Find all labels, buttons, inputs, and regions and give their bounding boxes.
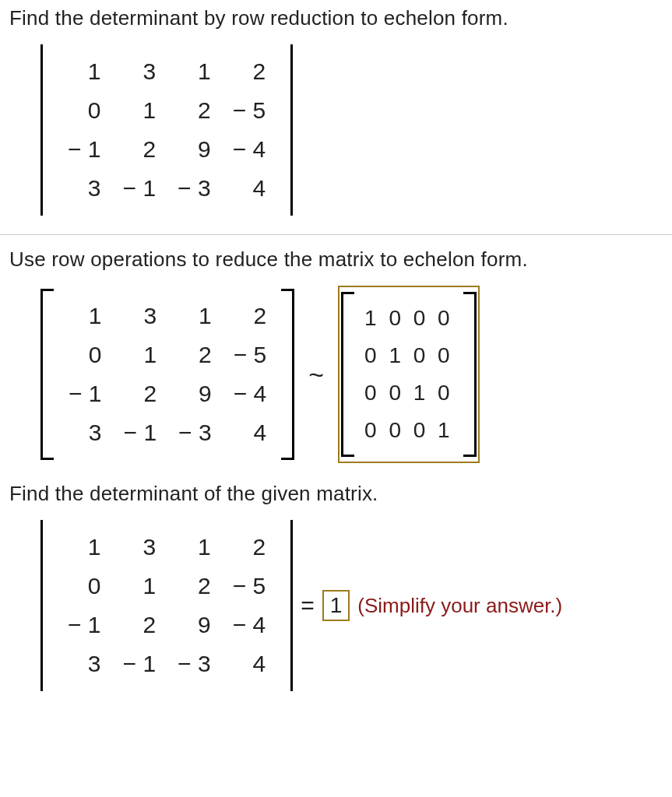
prompt-find-det-value: Find the determinant of the given matrix…: [9, 482, 663, 506]
cell-row: 0 0 1 0: [358, 374, 459, 412]
cell: − 1: [112, 644, 167, 683]
divider: [0, 234, 672, 235]
cell: 3: [113, 297, 168, 335]
cell: 1: [57, 52, 112, 91]
cell: 2: [112, 606, 167, 644]
cell-row: 1 0 0 0: [358, 300, 459, 337]
cell: − 3: [167, 644, 222, 683]
simplify-hint: (Simplify your answer.): [357, 594, 562, 618]
tilde-symbol: ~: [305, 360, 327, 390]
cell: − 1: [112, 169, 167, 208]
determinant-answer-input[interactable]: 1: [322, 590, 350, 621]
matrix-row: 0 0 0 1: [358, 412, 459, 449]
cell: 3: [58, 413, 113, 452]
cell: 1: [167, 297, 223, 335]
matrix-row: 1 3 1 2: [57, 528, 276, 567]
cell: 1: [112, 567, 167, 606]
cell: 4: [223, 413, 278, 452]
equals-sign: =: [301, 592, 315, 619]
cell: 1: [57, 528, 112, 567]
matrix-row: − 1 2 9 − 4: [57, 130, 276, 169]
matrix-row: 1 0 0 0: [358, 300, 459, 337]
matrix-row: 1 3 1 2: [58, 297, 277, 335]
cell: 2: [167, 91, 222, 130]
matrix-row: 1 3 1 2: [57, 52, 276, 91]
determinant-matrix-display: 1 3 1 2 0 1 2 − 5 − 1 2 9 − 4 3 − 1 − 3: [40, 44, 663, 216]
cell: 0: [57, 567, 112, 606]
cell: 2: [222, 52, 277, 91]
matrix-row: 0 1 2 − 5: [57, 91, 276, 130]
cell: 2: [112, 130, 167, 169]
prompt-row-ops: Use row operations to reduce the matrix …: [9, 248, 663, 272]
cell: − 4: [222, 606, 277, 644]
prompt-find-determinant: Find the determinant by row reduction to…: [9, 6, 663, 30]
cell: − 5: [222, 91, 277, 130]
matrix-row: 0 0 1 0: [358, 374, 459, 412]
cell: 1: [167, 528, 222, 567]
cell: 2: [113, 374, 168, 413]
cell: 2: [222, 528, 277, 567]
echelon-matrix: 1 0 0 0 0 1 0 0 0 0 1 0 0 0 0 1: [358, 300, 459, 449]
cell: 2: [167, 567, 222, 606]
cell: 1: [112, 91, 167, 130]
matrix-row: 3 − 1 − 3 4: [58, 413, 277, 452]
matrix-row: 3 − 1 − 3 4: [57, 169, 276, 208]
echelon-matrix-brackets: 1 0 0 0 0 1 0 0 0 0 1 0 0 0 0 1: [341, 292, 477, 457]
cell: 3: [112, 528, 167, 567]
original-matrix-brackets: 1 3 1 2 0 1 2 − 5 − 1 2 9 − 4 3 − 1 − 3: [40, 289, 294, 460]
cell: 3: [57, 644, 112, 683]
cell: − 3: [167, 413, 223, 452]
matrix-a-copy-2: 1 3 1 2 0 1 2 − 5 − 1 2 9 − 4 3 − 1 − 3: [57, 528, 276, 683]
cell: 2: [223, 297, 278, 335]
cell: 0: [57, 91, 112, 130]
matrix-row: − 1 2 9 − 4: [57, 606, 276, 644]
cell: 1: [167, 52, 222, 91]
cell: 1: [58, 297, 113, 335]
determinant-bars: 1 3 1 2 0 1 2 − 5 − 1 2 9 − 4 3 − 1 − 3: [40, 44, 293, 216]
cell: 9: [167, 606, 222, 644]
cell: − 5: [223, 335, 278, 374]
matrix-row: 3 − 1 − 3 4: [57, 644, 276, 683]
cell: 3: [112, 52, 167, 91]
cell: 1: [113, 335, 168, 374]
cell: 0: [58, 335, 113, 374]
echelon-answer-box[interactable]: 1 0 0 0 0 1 0 0 0 0 1 0 0 0 0 1: [338, 286, 480, 463]
matrix-a: 1 3 1 2 0 1 2 − 5 − 1 2 9 − 4 3 − 1 − 3: [57, 52, 276, 208]
cell: 3: [57, 169, 112, 208]
matrix-row: 0 1 0 0: [358, 337, 459, 374]
matrix-a-copy: 1 3 1 2 0 1 2 − 5 − 1 2 9 − 4 3 − 1 − 3: [58, 297, 277, 452]
cell: 9: [167, 374, 223, 413]
cell: − 1: [57, 606, 112, 644]
cell: − 1: [113, 413, 168, 452]
cell: 4: [222, 169, 277, 208]
cell: − 5: [222, 567, 277, 606]
matrix-row: − 1 2 9 − 4: [58, 374, 277, 413]
cell: 4: [222, 644, 277, 683]
determinant-answer-line: 1 3 1 2 0 1 2 − 5 − 1 2 9 − 4 3 − 1 − 3: [40, 520, 663, 691]
cell-row: 0 0 0 1: [358, 412, 459, 449]
matrix-row: 0 1 2 − 5: [58, 335, 277, 374]
cell: 2: [167, 335, 223, 374]
cell: 9: [167, 130, 222, 169]
cell: − 1: [57, 130, 112, 169]
cell: − 4: [222, 130, 277, 169]
cell: − 1: [58, 374, 113, 413]
cell: − 4: [223, 374, 278, 413]
cell-row: 0 1 0 0: [358, 337, 459, 374]
cell: − 3: [167, 169, 222, 208]
determinant-bars-2: 1 3 1 2 0 1 2 − 5 − 1 2 9 − 4 3 − 1 − 3: [40, 520, 293, 691]
row-reduction-equation: 1 3 1 2 0 1 2 − 5 − 1 2 9 − 4 3 − 1 − 3: [40, 286, 663, 463]
matrix-row: 0 1 2 − 5: [57, 567, 276, 606]
